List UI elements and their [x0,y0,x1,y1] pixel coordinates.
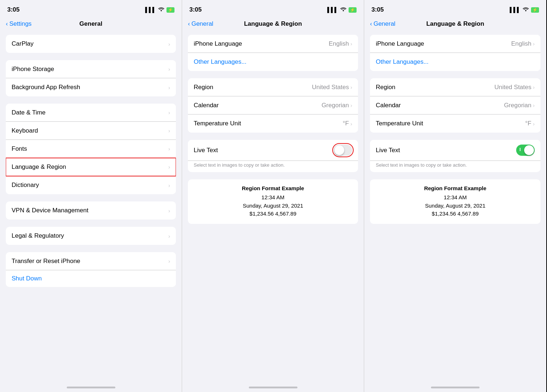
status-time-1: 3:05 [7,6,20,13]
temp-value-3: °F › [525,120,535,127]
settings-item-transfer[interactable]: Transfer or Reset iPhone › [6,252,176,270]
settings-item-temp-2[interactable]: Temperature Unit °F › [188,114,358,133]
temp-value-2: °F › [343,120,352,127]
region-example-title-3: Region Format Example [376,185,535,191]
calendar-label-3: Calendar [376,102,401,109]
calendar-label-2: Calendar [194,102,219,109]
status-bar-1: 3:05 ▌▌▌ ⚡ [0,0,182,16]
settings-item-background-refresh[interactable]: Background App Refresh › [6,78,176,96]
group-transfer: Transfer or Reset iPhone › Shut Down [6,252,176,287]
nav-title-2: Language & Region [244,20,302,28]
iphone-language-chevron-3: › [533,41,535,47]
fonts-chevron: › [168,146,170,152]
status-icons-3: ▌▌▌ ⚡ [510,7,539,13]
settings-item-vpn[interactable]: VPN & Device Management › [6,201,176,220]
panel-language-region-off: 3:05 ▌▌▌ ⚡ ‹ General Language & Region i… [182,0,364,392]
settings-item-other-languages-3[interactable]: Other Languages... [370,53,540,71]
shut-down-link[interactable]: Shut Down [6,270,176,287]
settings-item-iphone-language-3[interactable]: iPhone Language English › [370,35,540,53]
nav-bar-1: ‹ Settings General [0,16,182,32]
temp-chevron-3: › [533,121,535,127]
settings-item-fonts[interactable]: Fonts › [6,140,176,158]
keyboard-chevron: › [168,128,170,134]
nav-bar-3: ‹ General Language & Region [364,16,546,32]
other-languages-link-3[interactable]: Other Languages... [376,58,429,66]
region-example-line1-2: 12:34 AM [194,193,352,202]
settings-item-other-languages-2[interactable]: Other Languages... [188,53,358,71]
region-example-line2-3: Sunday, August 29, 2021 [376,202,535,210]
signal-icon: ▌▌▌ [145,7,156,13]
status-time-3: 3:05 [371,6,384,13]
battery-icon-3: ⚡ [531,7,539,13]
settings-item-temp-3[interactable]: Temperature Unit °F › [370,114,540,133]
settings-item-datetime[interactable]: Date & Time › [6,104,176,122]
livetext-toggle-container-3: Live Text [370,140,540,161]
settings-item-calendar-2[interactable]: Calendar Gregorian › [188,96,358,114]
chevron-left-icon-3: ‹ [370,20,372,28]
region-value-2: United States › [312,84,352,91]
temp-label-3: Temperature Unit [376,120,423,127]
group-region-3: Region United States › Calendar Gregoria… [370,78,540,133]
region-label-3: Region [376,84,395,91]
livetext-toggle-2[interactable] [334,145,352,156]
fonts-label: Fonts [12,145,27,153]
group-carplay: CarPlay › [6,35,176,53]
settings-item-legal[interactable]: Legal & Regulatory › [6,227,176,245]
group-livetext-2: Live Text Select text in images to copy … [188,140,358,172]
iphone-language-chevron-2: › [350,41,352,47]
back-button-1[interactable]: ‹ Settings [6,20,32,28]
settings-item-calendar-3[interactable]: Calendar Gregorian › [370,96,540,114]
group-livetext-3: Live Text Select text in images to copy … [370,140,540,172]
livetext-label-3: Live Text [376,147,400,154]
back-label-2: General [192,20,213,28]
group-storage-refresh: iPhone Storage › Background App Refresh … [6,60,176,96]
keyboard-label: Keyboard [12,127,38,134]
wifi-icon-2 [340,7,346,13]
wifi-icon-3 [523,7,529,13]
vpn-chevron: › [168,208,170,214]
group-language-2: iPhone Language English › Other Language… [188,35,358,71]
settings-item-iphone-language-2[interactable]: iPhone Language English › [188,35,358,53]
carplay-chevron: › [168,41,170,47]
home-indicator-2 [249,387,297,388]
vpn-label: VPN & Device Management [12,207,89,214]
settings-item-language-region[interactable]: Language & Region › [6,158,176,176]
settings-item-region-3[interactable]: Region United States › [370,78,540,96]
region-example-line3-2: $1,234.56 4,567.89 [194,210,352,218]
back-button-2[interactable]: ‹ General [188,20,213,28]
group-datetime-keyboard-fonts-language-dictionary: Date & Time › Keyboard › Fonts › Languag… [6,104,176,194]
chevron-left-icon: ‹ [6,20,8,28]
signal-icon-2: ▌▌▌ [327,7,338,13]
calendar-value-2: Gregorian › [321,102,352,109]
language-region-label: Language & Region [12,163,66,171]
transfer-label: Transfer or Reset iPhone [12,258,80,265]
region-example-title-2: Region Format Example [194,185,352,191]
calendar-value-3: Gregorian › [504,102,535,109]
settings-item-iphone-storage[interactable]: iPhone Storage › [6,60,176,78]
battery-icon-2: ⚡ [349,7,357,13]
region-example-line3-3: $1,234.56 4,567.89 [376,210,535,218]
back-label-3: General [374,20,395,28]
back-label-1: Settings [9,20,32,28]
livetext-label-2: Live Text [194,147,218,154]
carplay-label: CarPlay [12,40,33,47]
region-chevron-2: › [350,84,352,90]
back-button-3[interactable]: ‹ General [370,20,395,28]
settings-item-carplay[interactable]: CarPlay › [6,35,176,53]
datetime-chevron: › [168,109,170,116]
dictionary-label: Dictionary [12,182,39,189]
panel-language-region-on: 3:05 ▌▌▌ ⚡ ‹ General Language & Region i… [364,0,546,392]
nav-title-1: General [79,20,102,28]
settings-item-keyboard[interactable]: Keyboard › [6,122,176,140]
group-legal: Legal & Regulatory › [6,227,176,245]
region-label-2: Region [194,84,213,91]
settings-item-region-2[interactable]: Region United States › [188,78,358,96]
iphone-language-value-2: English › [329,40,352,47]
temp-label-2: Temperature Unit [194,120,241,127]
iphone-storage-chevron: › [168,66,170,72]
region-example-3: Region Format Example 12:34 AM Sunday, A… [370,179,540,224]
other-languages-link-2[interactable]: Other Languages... [194,58,247,66]
settings-item-dictionary[interactable]: Dictionary › [6,176,176,194]
livetext-toggle-3[interactable] [516,145,535,156]
livetext-subtext-2: Select text in images to copy or take ac… [188,161,358,172]
